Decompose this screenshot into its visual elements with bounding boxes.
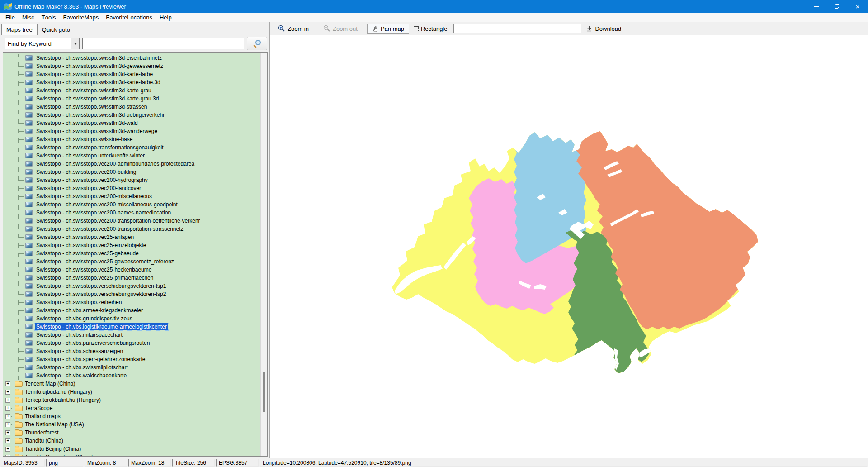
tree-folder[interactable]: +Tencent Map (China) <box>3 380 260 388</box>
menu-tools[interactable]: Tools <box>38 13 60 22</box>
minimize-button[interactable] <box>806 0 826 13</box>
tree-folder[interactable]: +Thailand maps <box>3 412 260 420</box>
expand-icon[interactable]: + <box>5 398 10 403</box>
tree-item[interactable]: Swisstopo - ch.vbs.sperr-gefahrenzonenka… <box>3 355 260 363</box>
tree-item[interactable]: Swisstopo - ch.vbs.armee-kriegsdenkmaele… <box>3 306 260 315</box>
tree-item[interactable]: Swisstopo - ch.swisstopo.zeitreihen <box>3 298 260 306</box>
tree-item[interactable]: Swisstopo - ch.vbs.grunddispositiv-zeus <box>3 315 260 323</box>
map-layer-icon <box>25 88 33 93</box>
tree-item[interactable]: Swisstopo - ch.swisstopo.swisstne-base <box>3 135 260 143</box>
tree-item[interactable]: Swisstopo - ch.swisstopo.verschiebungsve… <box>3 290 260 298</box>
combo-dropdown-button[interactable] <box>71 38 79 49</box>
tree-connector <box>11 384 14 384</box>
tree-item[interactable]: Swisstopo - ch.swisstopo.swisstlm3d-wald <box>3 119 260 127</box>
tree-folder[interactable]: +The National Map (USA) <box>3 420 260 429</box>
search-button[interactable] <box>247 37 267 50</box>
tree-item[interactable]: Swisstopo - ch.swisstopo.vec25-primaerfl… <box>3 274 260 282</box>
menu-misc[interactable]: Misc <box>19 13 38 22</box>
tree-item[interactable]: Swisstopo - ch.swisstopo.transformations… <box>3 143 260 152</box>
tree-item[interactable]: Swisstopo - ch.vbs.swissmilpilotschart <box>3 363 260 372</box>
restore-button[interactable] <box>826 0 847 13</box>
expand-icon[interactable]: + <box>5 406 10 411</box>
tree-item[interactable]: Swisstopo - ch.swisstopo.vec200-adminbou… <box>3 160 260 168</box>
tree-item[interactable]: Swisstopo - ch.swisstopo.swisstlm3d-uebr… <box>3 111 260 119</box>
tree-item[interactable]: Swisstopo - ch.swisstopo.verschiebungsve… <box>3 282 260 290</box>
switzerland-map[interactable] <box>391 131 759 373</box>
tree-folder[interactable]: +Terkep.torokbalint.hu (Hungary) <box>3 396 260 404</box>
tree-item[interactable]: Swisstopo - ch.swisstopo.vec200-building <box>3 168 260 176</box>
tree-item[interactable]: Swisstopo - ch.swisstopo.swisstlm3d-kart… <box>3 78 260 86</box>
tree-item[interactable]: Swisstopo - ch.swisstopo.vec25-heckenbae… <box>3 266 260 274</box>
tree-folder[interactable]: +Tianditu Beijing (China) <box>3 445 260 453</box>
tree-item[interactable]: Swisstopo - ch.vbs.milairspacechart <box>3 331 260 339</box>
expand-icon[interactable]: + <box>5 430 10 435</box>
tree-item[interactable]: Swisstopo - ch.swisstopo.swisstlm3d-kart… <box>3 95 260 103</box>
tree-item[interactable]: Swisstopo - ch.swisstopo.vec200-hydrogra… <box>3 176 260 184</box>
tree-item[interactable]: Swisstopo - ch.swisstopo.vec25-einzelobj… <box>3 241 260 249</box>
expand-icon[interactable]: + <box>5 390 10 395</box>
map-layer-icon <box>25 308 33 313</box>
tree-item[interactable]: Swisstopo - ch.vbs.waldschadenkarte <box>3 372 260 380</box>
tree-item[interactable]: Swisstopo - ch.swisstopo.vec200-miscella… <box>3 192 260 200</box>
find-mode-select[interactable]: Find by Keyword <box>5 38 80 49</box>
tree-item[interactable]: Swisstopo - ch.swisstopo.swisstlm3d-wand… <box>3 127 260 135</box>
tree-item[interactable]: Swisstopo - ch.swisstopo.swisstlm3d-stra… <box>3 103 260 111</box>
rectangle-button[interactable]: Rectangle <box>414 25 448 32</box>
expand-icon[interactable]: + <box>5 447 10 452</box>
tree-item[interactable]: Swisstopo - ch.swisstopo.unterkuenfte-wi… <box>3 152 260 160</box>
scrollbar-thumb[interactable] <box>263 372 265 412</box>
tree-item[interactable]: Swisstopo - ch.swisstopo.vec25-gebaeude <box>3 249 260 257</box>
search-input[interactable] <box>82 38 244 49</box>
tree-folder[interactable]: +TerraScope <box>3 404 260 412</box>
menu-help[interactable]: Help <box>156 13 175 22</box>
tree-item[interactable]: Swisstopo - ch.swisstopo.swisstlm3d-eise… <box>3 54 260 62</box>
tab-maps-tree[interactable]: Maps tree <box>1 24 38 35</box>
zoom-in-button[interactable]: Zoom in <box>278 25 309 32</box>
tree-item[interactable]: Swisstopo - ch.swisstopo.vec25-gewaesser… <box>3 257 260 266</box>
tree-item[interactable]: Swisstopo - ch.swisstopo.vec200-transpor… <box>3 225 260 233</box>
expand-icon[interactable]: + <box>5 381 10 386</box>
tree-item[interactable]: Swisstopo - ch.swisstopo.vec200-miscella… <box>3 200 260 209</box>
tree-item[interactable]: Swisstopo - ch.swisstopo.swisstlm3d-kart… <box>3 70 260 78</box>
tree-item[interactable]: Swisstopo - ch.vbs.schiessanzeigen <box>3 347 260 355</box>
close-button[interactable]: × <box>847 0 868 13</box>
map-viewport[interactable] <box>270 35 868 458</box>
tree-item[interactable]: Swisstopo - ch.swisstopo.vec200-names-na… <box>3 209 260 217</box>
tab-quick-goto[interactable]: Quick goto <box>38 24 75 35</box>
map-layer-icon <box>25 373 33 378</box>
tree-item-label: Swisstopo - ch.swisstopo.verschiebungsve… <box>35 282 167 290</box>
expand-icon[interactable]: + <box>5 455 10 457</box>
expand-icon[interactable]: + <box>5 414 10 419</box>
zoom-out-button[interactable]: Zoom out <box>323 25 358 32</box>
window-title: Offline Map Maker 8.363 - Maps Previewer <box>14 3 126 10</box>
status-section-3: MaxZoom: 18 <box>128 459 171 467</box>
map-layer-icon <box>25 153 33 158</box>
tree-folder[interactable]: +Tianditu (China) <box>3 437 260 445</box>
tree-item[interactable]: Swisstopo - ch.vbs.panzerverschiebungsro… <box>3 339 260 347</box>
right-panel: Zoom in Zoom out Pan map Rectangle <box>270 22 868 458</box>
tree-folder[interactable]: +Thunderforest <box>3 429 260 437</box>
tree-item-label: Swisstopo - ch.swisstopo.swisstlm3d-kart… <box>35 71 154 78</box>
download-button[interactable]: Download <box>586 25 621 32</box>
tree-item[interactable]: Swisstopo - ch.swisstopo.swisstlm3d-kart… <box>3 86 260 95</box>
tree-item[interactable]: Swisstopo - ch.vbs.logistikraeume-armeel… <box>3 323 260 331</box>
menu-favoritemaps[interactable]: FavoriteMaps <box>60 13 103 22</box>
expand-icon[interactable]: + <box>5 438 10 443</box>
menu-favoritelocations[interactable]: FavoriteLocations <box>102 13 156 22</box>
tree-item[interactable]: Swisstopo - ch.swisstopo.swisstlm3d-gewa… <box>3 62 260 70</box>
tree-connector <box>18 359 24 360</box>
tree-folder[interactable]: +Tianditu Guangdong (China) <box>3 453 260 456</box>
tree-folder[interactable]: +Terinfo.ujbuda.hu (Hungary) <box>3 388 260 396</box>
tree-item-label: Swisstopo - ch.swisstopo.vec200-landcove… <box>35 185 142 192</box>
menu-file[interactable]: File <box>2 13 19 22</box>
zoom-out-icon <box>323 25 330 32</box>
pan-map-button[interactable]: Pan map <box>367 24 409 34</box>
tree-scrollbar[interactable] <box>260 53 267 456</box>
expand-icon[interactable]: + <box>5 422 10 427</box>
minimize-icon <box>814 6 819 7</box>
tree-item[interactable]: Swisstopo - ch.swisstopo.vec200-transpor… <box>3 217 260 225</box>
tree-item[interactable]: Swisstopo - ch.swisstopo.vec200-landcove… <box>3 184 260 192</box>
tree-item[interactable]: Swisstopo - ch.swisstopo.vec25-anlagen <box>3 233 260 241</box>
tree-item-label: Swisstopo - ch.swisstopo.vec200-transpor… <box>35 217 202 224</box>
toolbar-input[interactable] <box>453 24 581 33</box>
